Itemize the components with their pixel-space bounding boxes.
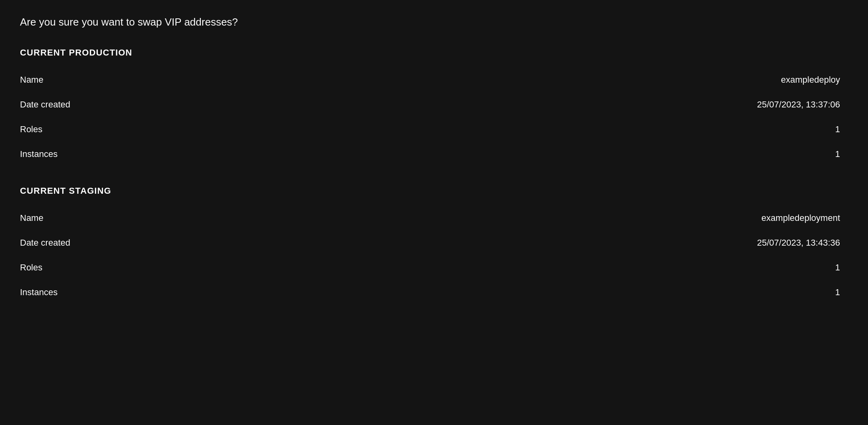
staging-instances-label: Instances	[20, 287, 57, 298]
dialog-container: Are you sure you want to swap VIP addres…	[20, 16, 848, 305]
dialog-question: Are you sure you want to swap VIP addres…	[20, 16, 848, 28]
production-name-row: Name exampledeploy	[20, 68, 848, 92]
current-staging-section: CURRENT STAGING Name exampledeployment D…	[20, 186, 848, 305]
production-date-row: Date created 25/07/2023, 13:37:06	[20, 92, 848, 117]
production-instances-row: Instances 1	[20, 142, 848, 167]
current-production-title: CURRENT PRODUCTION	[20, 48, 848, 58]
production-roles-value: 1	[835, 124, 848, 135]
production-instances-label: Instances	[20, 149, 57, 159]
production-date-value: 25/07/2023, 13:37:06	[757, 99, 848, 110]
production-roles-label: Roles	[20, 124, 42, 135]
production-name-value: exampledeploy	[781, 75, 848, 85]
staging-date-value: 25/07/2023, 13:43:36	[757, 238, 848, 248]
current-production-section: CURRENT PRODUCTION Name exampledeploy Da…	[20, 48, 848, 167]
production-date-label: Date created	[20, 99, 70, 110]
staging-instances-row: Instances 1	[20, 280, 848, 305]
staging-date-label: Date created	[20, 238, 70, 248]
staging-date-row: Date created 25/07/2023, 13:43:36	[20, 230, 848, 255]
current-staging-content: Name exampledeployment Date created 25/0…	[20, 206, 848, 305]
staging-name-row: Name exampledeployment	[20, 206, 848, 230]
staging-roles-row: Roles 1	[20, 255, 848, 280]
production-instances-value: 1	[835, 149, 848, 159]
staging-name-value: exampledeployment	[761, 213, 848, 223]
production-roles-row: Roles 1	[20, 117, 848, 142]
staging-instances-value: 1	[835, 287, 848, 298]
staging-name-label: Name	[20, 213, 44, 223]
staging-roles-value: 1	[835, 262, 848, 273]
staging-roles-label: Roles	[20, 262, 42, 273]
current-staging-title: CURRENT STAGING	[20, 186, 848, 196]
current-production-content: Name exampledeploy Date created 25/07/20…	[20, 68, 848, 167]
production-name-label: Name	[20, 75, 44, 85]
